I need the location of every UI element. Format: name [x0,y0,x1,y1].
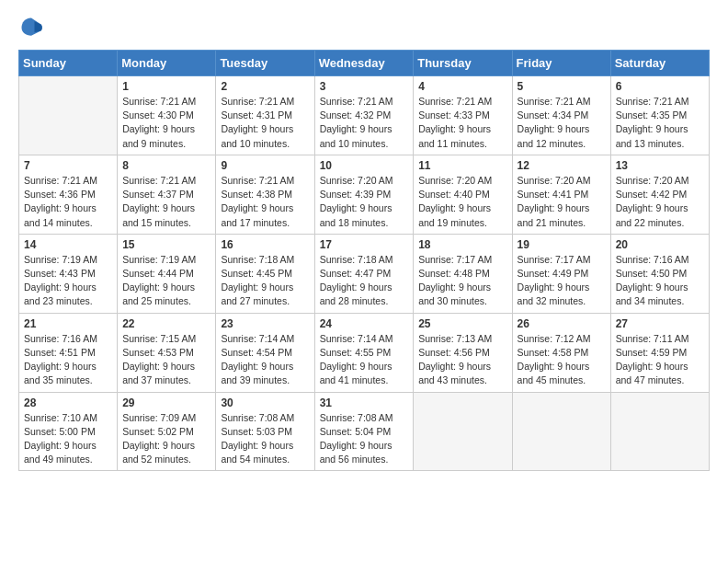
day-number: 11 [418,159,506,172]
weekday-header: Thursday [414,51,512,76]
day-info: Sunrise: 7:20 AMSunset: 4:40 PMDaylight:… [418,174,506,230]
calendar-day-cell: 6Sunrise: 7:21 AMSunset: 4:35 PMDaylight… [610,76,709,155]
day-number: 23 [221,317,309,330]
calendar-day-cell: 17Sunrise: 7:18 AMSunset: 4:47 PMDayligh… [314,234,414,313]
day-info: Sunrise: 7:18 AMSunset: 4:47 PMDaylight:… [320,253,409,309]
day-number: 13 [616,159,704,172]
day-info: Sunrise: 7:20 AMSunset: 4:39 PMDaylight:… [320,174,409,230]
calendar-header-row: SundayMondayTuesdayWednesdayThursdayFrid… [19,51,710,76]
day-info: Sunrise: 7:16 AMSunset: 4:51 PMDaylight:… [24,332,112,388]
day-number: 9 [221,159,309,172]
calendar-day-cell: 21Sunrise: 7:16 AMSunset: 4:51 PMDayligh… [19,313,118,392]
calendar-day-cell: 5Sunrise: 7:21 AMSunset: 4:34 PMDaylight… [512,76,610,155]
day-info: Sunrise: 7:14 AMSunset: 4:55 PMDaylight:… [320,332,409,388]
logo [18,15,48,40]
day-info: Sunrise: 7:11 AMSunset: 4:59 PMDaylight:… [616,332,704,388]
day-number: 25 [418,317,506,330]
calendar-day-cell: 4Sunrise: 7:21 AMSunset: 4:33 PMDaylight… [414,76,512,155]
calendar-day-cell: 8Sunrise: 7:21 AMSunset: 4:37 PMDaylight… [118,155,216,234]
calendar-day-cell: 16Sunrise: 7:18 AMSunset: 4:45 PMDayligh… [216,234,314,313]
day-info: Sunrise: 7:21 AMSunset: 4:34 PMDaylight:… [518,95,606,151]
weekday-header: Monday [118,51,216,76]
day-info: Sunrise: 7:19 AMSunset: 4:43 PMDaylight:… [24,253,112,309]
calendar-week-row: 7Sunrise: 7:21 AMSunset: 4:36 PMDaylight… [19,155,710,234]
day-number: 5 [518,80,606,93]
calendar-day-cell: 28Sunrise: 7:10 AMSunset: 5:00 PMDayligh… [19,392,118,471]
day-info: Sunrise: 7:21 AMSunset: 4:31 PMDaylight:… [221,95,309,151]
calendar-day-cell: 23Sunrise: 7:14 AMSunset: 4:54 PMDayligh… [216,313,314,392]
weekday-header: Tuesday [216,51,314,76]
calendar-day-cell: 10Sunrise: 7:20 AMSunset: 4:39 PMDayligh… [314,155,414,234]
day-info: Sunrise: 7:21 AMSunset: 4:36 PMDaylight:… [24,174,112,230]
day-number: 1 [122,80,210,93]
calendar-day-cell: 11Sunrise: 7:20 AMSunset: 4:40 PMDayligh… [414,155,512,234]
day-info: Sunrise: 7:21 AMSunset: 4:30 PMDaylight:… [122,95,210,151]
calendar-day-cell: 2Sunrise: 7:21 AMSunset: 4:31 PMDaylight… [216,76,314,155]
calendar-day-cell: 29Sunrise: 7:09 AMSunset: 5:02 PMDayligh… [118,392,216,471]
day-number: 2 [221,80,309,93]
calendar-day-cell: 30Sunrise: 7:08 AMSunset: 5:03 PMDayligh… [216,392,314,471]
calendar-week-row: 1Sunrise: 7:21 AMSunset: 4:30 PMDaylight… [19,76,710,155]
day-number: 31 [320,396,409,409]
day-info: Sunrise: 7:12 AMSunset: 4:58 PMDaylight:… [518,332,606,388]
day-info: Sunrise: 7:17 AMSunset: 4:48 PMDaylight:… [418,253,506,309]
day-number: 15 [122,238,210,251]
calendar-day-cell: 31Sunrise: 7:08 AMSunset: 5:04 PMDayligh… [314,392,414,471]
calendar: SundayMondayTuesdayWednesdayThursdayFrid… [18,50,710,471]
day-number: 14 [24,238,112,251]
day-info: Sunrise: 7:09 AMSunset: 5:02 PMDaylight:… [122,411,210,467]
calendar-day-cell: 19Sunrise: 7:17 AMSunset: 4:49 PMDayligh… [512,234,610,313]
calendar-day-cell: 20Sunrise: 7:16 AMSunset: 4:50 PMDayligh… [610,234,709,313]
weekday-header: Friday [512,51,610,76]
calendar-day-cell: 14Sunrise: 7:19 AMSunset: 4:43 PMDayligh… [19,234,118,313]
page-header [18,15,710,40]
calendar-day-cell: 13Sunrise: 7:20 AMSunset: 4:42 PMDayligh… [610,155,709,234]
day-info: Sunrise: 7:08 AMSunset: 5:03 PMDaylight:… [221,411,309,467]
day-number: 3 [320,80,409,93]
day-info: Sunrise: 7:16 AMSunset: 4:50 PMDaylight:… [616,253,704,309]
calendar-day-cell [19,76,118,155]
calendar-week-row: 21Sunrise: 7:16 AMSunset: 4:51 PMDayligh… [19,313,710,392]
day-info: Sunrise: 7:08 AMSunset: 5:04 PMDaylight:… [320,411,409,467]
day-info: Sunrise: 7:13 AMSunset: 4:56 PMDaylight:… [418,332,506,388]
weekday-header: Sunday [19,51,118,76]
day-number: 27 [616,317,704,330]
calendar-day-cell [414,392,512,471]
calendar-day-cell: 12Sunrise: 7:20 AMSunset: 4:41 PMDayligh… [512,155,610,234]
day-number: 20 [616,238,704,251]
day-number: 21 [24,317,112,330]
calendar-day-cell: 24Sunrise: 7:14 AMSunset: 4:55 PMDayligh… [314,313,414,392]
calendar-day-cell: 26Sunrise: 7:12 AMSunset: 4:58 PMDayligh… [512,313,610,392]
day-info: Sunrise: 7:17 AMSunset: 4:49 PMDaylight:… [518,253,606,309]
day-info: Sunrise: 7:18 AMSunset: 4:45 PMDaylight:… [221,253,309,309]
logo-icon [18,15,44,40]
day-info: Sunrise: 7:21 AMSunset: 4:38 PMDaylight:… [221,174,309,230]
day-info: Sunrise: 7:21 AMSunset: 4:32 PMDaylight:… [320,95,409,151]
calendar-day-cell: 18Sunrise: 7:17 AMSunset: 4:48 PMDayligh… [414,234,512,313]
day-info: Sunrise: 7:15 AMSunset: 4:53 PMDaylight:… [122,332,210,388]
calendar-day-cell: 7Sunrise: 7:21 AMSunset: 4:36 PMDaylight… [19,155,118,234]
day-number: 6 [616,80,704,93]
day-info: Sunrise: 7:10 AMSunset: 5:00 PMDaylight:… [24,411,112,467]
day-info: Sunrise: 7:21 AMSunset: 4:37 PMDaylight:… [122,174,210,230]
calendar-week-row: 28Sunrise: 7:10 AMSunset: 5:00 PMDayligh… [19,392,710,471]
calendar-day-cell: 3Sunrise: 7:21 AMSunset: 4:32 PMDaylight… [314,76,414,155]
day-info: Sunrise: 7:19 AMSunset: 4:44 PMDaylight:… [122,253,210,309]
day-number: 22 [122,317,210,330]
day-number: 8 [122,159,210,172]
calendar-day-cell [610,392,709,471]
weekday-header: Saturday [610,51,709,76]
day-number: 17 [320,238,409,251]
day-number: 18 [418,238,506,251]
day-info: Sunrise: 7:14 AMSunset: 4:54 PMDaylight:… [221,332,309,388]
calendar-day-cell: 22Sunrise: 7:15 AMSunset: 4:53 PMDayligh… [118,313,216,392]
day-number: 26 [518,317,606,330]
day-info: Sunrise: 7:21 AMSunset: 4:33 PMDaylight:… [418,95,506,151]
day-number: 28 [24,396,112,409]
day-info: Sunrise: 7:20 AMSunset: 4:42 PMDaylight:… [616,174,704,230]
day-number: 7 [24,159,112,172]
calendar-day-cell: 15Sunrise: 7:19 AMSunset: 4:44 PMDayligh… [118,234,216,313]
calendar-day-cell [512,392,610,471]
day-number: 16 [221,238,309,251]
calendar-day-cell: 27Sunrise: 7:11 AMSunset: 4:59 PMDayligh… [610,313,709,392]
